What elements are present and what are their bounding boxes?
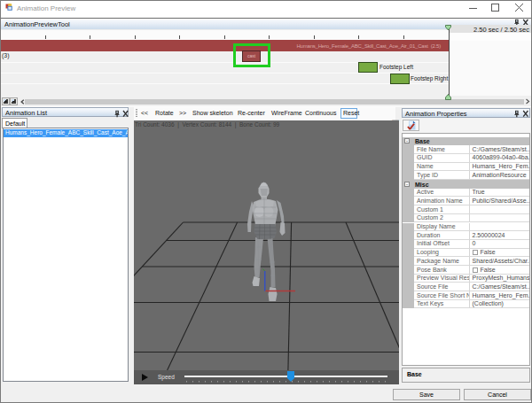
svg-text:Speed: Speed bbox=[158, 374, 175, 381]
